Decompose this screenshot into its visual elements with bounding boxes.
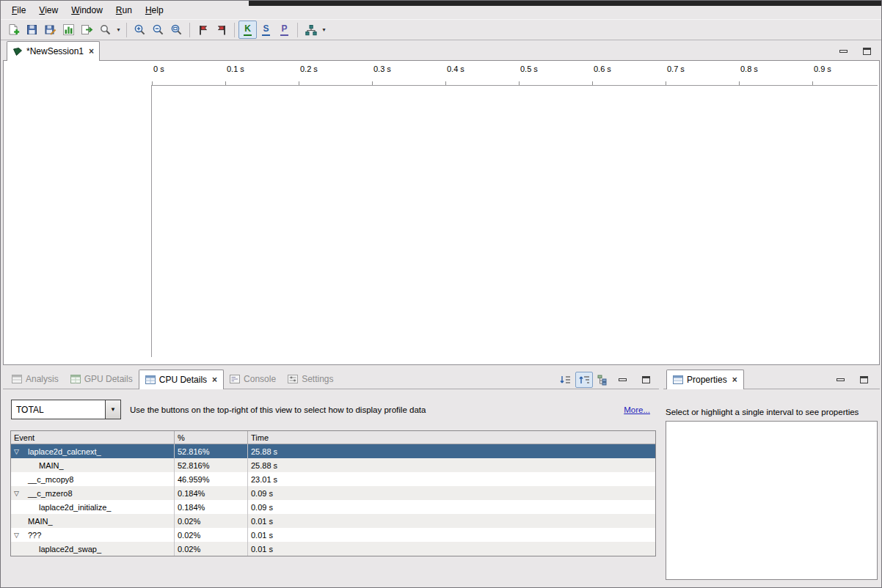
export-icon [81,23,93,36]
tab-settings[interactable]: Settings [282,370,339,389]
expander-icon[interactable]: ▽ [14,448,19,455]
minimize-button[interactable] [616,374,628,385]
ruler-tick-label: 0.4 s [447,65,464,73]
save-button[interactable] [23,21,41,39]
zoom-fit-button[interactable] [167,21,186,39]
event-time: 25.88 s [247,444,655,458]
column-header-percent[interactable]: % [174,431,247,444]
table-row[interactable]: ▽??? 0.02% 0.01 s [11,528,655,542]
prev-marker-button[interactable] [212,21,230,39]
tab-label: Console [244,374,276,384]
zoom-in-button[interactable] [131,21,149,39]
event-name: __c_mzero8 [28,489,73,498]
column-header-time[interactable]: Time [247,431,655,444]
table-row[interactable]: MAIN_ 0.02% 0.01 s [11,514,655,528]
next-marker-button[interactable] [194,21,212,39]
event-percent: 46.959% [174,472,247,486]
details-hint-text: Use the buttons on the top-right of this… [130,405,426,414]
table-row[interactable]: laplace2d_initialize_ 0.184% 0.09 s [11,500,655,514]
close-icon[interactable]: × [87,46,94,56]
bar-chart-icon [62,23,75,36]
tab-label: CPU Details [159,375,207,385]
tab-properties[interactable]: Properties × [666,370,744,389]
menu-window[interactable]: Window [65,2,109,18]
tab-label: Settings [302,374,333,384]
table-row[interactable]: ▽__c_mzero8 0.184% 0.09 s [11,486,655,500]
ruler-tick-label: 0.1 s [227,65,244,73]
search-button[interactable] [96,21,114,39]
kernel-mode-icon: K [244,24,252,36]
top-down-view-button[interactable] [575,372,593,388]
display-mode-combobox[interactable]: TOTAL ▼ [11,400,121,419]
event-time: 0.09 s [247,486,655,500]
menu-run[interactable]: Run [109,2,139,18]
menu-help[interactable]: Help [139,2,170,18]
event-percent: 0.02% [174,542,247,556]
zoom-out-button[interactable] [149,21,167,39]
process-mode-button[interactable]: P [275,21,294,39]
main-toolbar: ▾ K S P ▾ [1,19,881,40]
tab-console[interactable]: Console [224,370,282,389]
analysis-button[interactable] [302,21,320,39]
combobox-dropdown-button[interactable]: ▼ [105,400,121,419]
close-icon[interactable]: × [211,375,217,385]
flat-profile-view-button[interactable] [556,372,574,388]
properties-content-box [666,421,878,580]
minimize-button[interactable] [837,45,849,56]
kernel-mode-button[interactable]: K [238,21,257,39]
timeline-editor: *NewSession1 × 0 s 0.1 s 0.2 s 0.3 s 0.4… [3,41,880,365]
expander-icon[interactable]: ▽ [14,532,19,539]
export-button[interactable] [78,21,96,39]
tab-analysis[interactable]: Analysis [6,370,65,389]
event-name: MAIN_ [39,461,64,470]
table-row[interactable]: laplace2d_swap_ 0.02% 0.01 s [11,542,655,556]
session-tab[interactable]: *NewSession1 × [7,41,100,61]
new-session-button[interactable] [4,21,23,39]
more-link[interactable]: More... [624,405,650,414]
event-name: ??? [28,531,41,540]
table-header: Event % Time [11,431,655,444]
profiler-window: File View Window Run Help ▾ [0,0,882,588]
table-row[interactable]: ▽laplace2d_calcnext_ 52.816% 25.88 s [11,444,655,458]
analysis-dropdown-caret-icon[interactable]: ▾ [320,26,328,33]
table-row[interactable]: MAIN_ 52.816% 25.88 s [11,458,655,472]
event-percent: 0.184% [174,486,247,500]
bottom-up-view-button[interactable] [594,372,612,388]
event-name: laplace2d_initialize_ [39,503,111,512]
tab-cpu-details[interactable]: CPU Details × [139,370,224,389]
stream-mode-icon: S [262,24,269,36]
maximize-button[interactable] [858,374,870,385]
close-icon[interactable]: × [731,375,737,385]
menu-view[interactable]: View [32,2,65,18]
stream-mode-button[interactable]: S [257,21,275,39]
tab-gpu-details[interactable]: GPU Details [65,370,139,389]
event-time: 0.01 s [247,528,655,542]
column-header-event[interactable]: Event [11,431,174,444]
details-panel: Analysis GPU Details CPU Details × Conso… [3,370,659,582]
event-name: laplace2d_calcnext_ [28,447,101,456]
save-as-icon [44,23,57,36]
timeline-canvas[interactable] [152,86,879,364]
maximize-button[interactable] [640,374,652,385]
minimize-button[interactable] [834,374,846,385]
report-button[interactable] [59,21,78,39]
save-icon [26,23,38,36]
table-row[interactable]: __c_mcopy8 46.959% 23.01 s [11,472,655,486]
toolbar-separator [297,23,298,37]
tab-label: GPU Details [84,374,133,384]
properties-panel: Properties × Select or highlight a singl… [663,370,880,582]
ruler-tick-label: 0.8 s [740,65,758,73]
toolbar-separator [234,23,235,37]
maximize-button[interactable] [861,45,872,56]
flat-list-icon [558,374,572,386]
expander-icon[interactable]: ▽ [14,490,19,497]
menu-file[interactable]: File [5,2,32,18]
magnifier-icon [99,23,112,36]
tab-label: Analysis [26,374,59,384]
minimize-icon [619,378,627,381]
save-as-button[interactable] [41,21,59,39]
search-dropdown-caret-icon[interactable]: ▾ [114,26,123,33]
analysis-icon [305,24,318,36]
process-mode-icon: P [280,24,288,36]
combobox-value: TOTAL [11,400,105,419]
